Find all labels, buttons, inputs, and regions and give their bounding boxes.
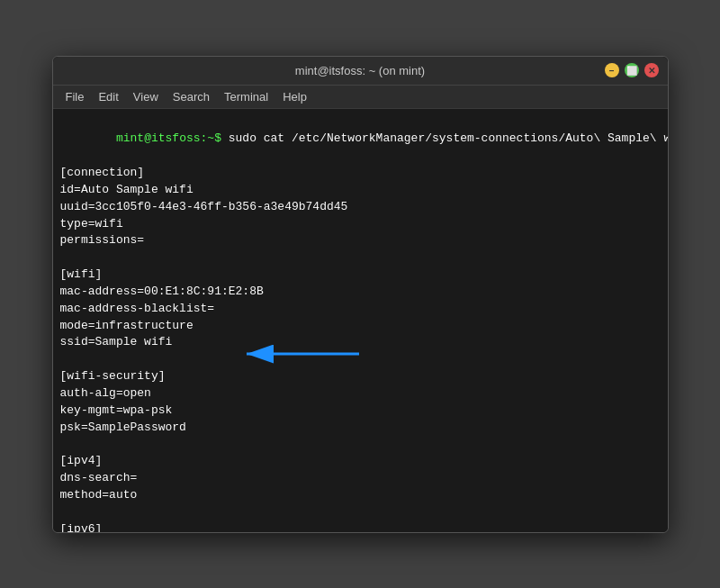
terminal-window: mint@itsfoss: ~ (on mint) – ⬜ ✕ File Edi… [52, 56, 669, 533]
command-text: sudo cat /etc/NetworkManager/system-conn… [229, 131, 668, 145]
output-line: [wifi] [60, 267, 661, 284]
title-bar: mint@itsfoss: ~ (on mint) – ⬜ ✕ [53, 57, 668, 86]
window-title: mint@itsfoss: ~ (on mint) [116, 64, 605, 77]
output-line [60, 351, 661, 368]
terminal-body[interactable]: mint@itsfoss:~$ sudo cat /etc/NetworkMan… [53, 109, 668, 532]
output-line [60, 249, 661, 267]
menu-edit[interactable]: Edit [91, 88, 125, 105]
output-line: type=wifi [60, 216, 661, 233]
menu-bar: File Edit View Search Terminal Help [53, 86, 668, 109]
output-line: id=Auto Sample wifi [60, 182, 661, 199]
command-line: mint@itsfoss:~$ sudo cat /etc/NetworkMan… [60, 114, 661, 166]
output-line: ssid=Sample wifi [60, 334, 661, 351]
output-line: method=auto [60, 487, 661, 504]
output-line: uuid=3cc105f0-44e3-46ff-b356-a3e49b74dd4… [60, 199, 661, 216]
prompt-1: mint@itsfoss:~$ [116, 131, 229, 145]
output-line: dns-search= [60, 470, 661, 487]
output-line: [ipv6] [60, 521, 661, 532]
output-line [60, 504, 661, 521]
menu-file[interactable]: File [58, 88, 92, 105]
terminal-output: [connection]id=Auto Sample wifiuuid=3cc1… [60, 165, 661, 531]
output-line [60, 437, 661, 454]
output-line: [wifi-security] [60, 368, 661, 385]
output-line: mac-address=00:E1:8C:91:E2:8B [60, 284, 661, 301]
output-line: [connection] [60, 165, 661, 182]
close-button[interactable]: ✕ [644, 63, 659, 77]
menu-view[interactable]: View [126, 88, 166, 105]
desktop: mint@itsfoss: ~ (on mint) – ⬜ ✕ File Edi… [0, 0, 720, 588]
window-controls: – ⬜ ✕ [605, 63, 659, 77]
output-line: permissions= [60, 232, 661, 249]
menu-terminal[interactable]: Terminal [217, 88, 275, 105]
output-line: auth-alg=open [60, 385, 661, 403]
menu-help[interactable]: Help [275, 88, 314, 105]
menu-search[interactable]: Search [166, 88, 217, 105]
minimize-button[interactable]: – [605, 63, 619, 77]
output-line: psk=SamplePassword [60, 420, 661, 437]
output-line: [ipv4] [60, 453, 661, 470]
output-line: mac-address-blacklist= [60, 301, 661, 318]
output-line: mode=infrastructure [60, 318, 661, 335]
maximize-button[interactable]: ⬜ [625, 63, 639, 77]
output-line: key-mgmt=wpa-psk [60, 403, 661, 420]
